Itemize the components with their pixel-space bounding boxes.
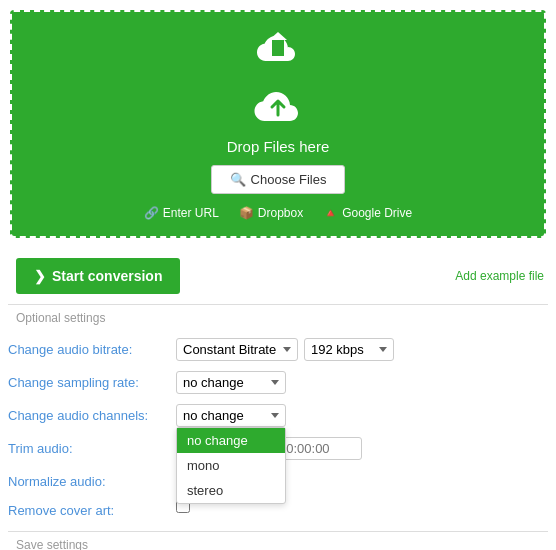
- bitrate-value-select[interactable]: 192 kbps 128 kbps 256 kbps 320 kbps: [304, 338, 394, 361]
- channels-control: no change mono stereo no change mono ste…: [176, 404, 286, 427]
- cover-art-label: Remove cover art:: [8, 499, 168, 518]
- channels-option-stereo[interactable]: stereo: [177, 478, 285, 503]
- chevron-right-icon: ❯: [34, 268, 46, 284]
- trim-label: Trim audio:: [8, 437, 168, 456]
- drop-zone[interactable]: Drop Files here 🔍 Choose Files 🔗 Enter U…: [10, 10, 546, 238]
- save-settings-label: Save settings: [8, 531, 548, 550]
- dropbox-icon: 📦: [239, 206, 254, 220]
- drop-text: Drop Files here: [22, 138, 534, 155]
- dropbox-link[interactable]: 📦 Dropbox: [239, 206, 303, 220]
- channels-label: Change audio channels:: [8, 404, 168, 423]
- bitrate-control: Constant Bitrate Variable Bitrate 192 kb…: [176, 338, 394, 361]
- channels-row: Change audio channels: no change mono st…: [8, 399, 548, 432]
- add-example-link[interactable]: Add example file: [455, 269, 548, 283]
- bitrate-row: Change audio bitrate: Constant Bitrate V…: [8, 333, 548, 366]
- svg-rect-3: [273, 40, 283, 56]
- sampling-row: Change sampling rate: no change 44100 Hz…: [8, 366, 548, 399]
- google-drive-link[interactable]: 🔺 Google Drive: [323, 206, 412, 220]
- google-drive-icon: 🔺: [323, 206, 338, 220]
- channels-dropdown: no change mono stereo: [176, 427, 286, 504]
- channels-option-mono[interactable]: mono: [177, 453, 285, 478]
- normalize-label: Normalize audio:: [8, 470, 168, 489]
- bitrate-label: Change audio bitrate:: [8, 338, 168, 357]
- sampling-select[interactable]: no change 44100 Hz 48000 Hz: [176, 371, 286, 394]
- upload-icon: [22, 32, 534, 81]
- channels-select[interactable]: no change mono stereo: [176, 404, 286, 427]
- channels-option-nochange[interactable]: no change: [177, 428, 285, 453]
- optional-settings-label: Optional settings: [8, 304, 548, 329]
- choose-files-button[interactable]: 🔍 Choose Files: [211, 165, 346, 194]
- start-conversion-button-top[interactable]: ❯ Start conversion: [16, 258, 180, 294]
- top-toolbar: ❯ Start conversion Add example file: [0, 248, 556, 304]
- search-icon: 🔍: [230, 172, 246, 187]
- enter-url-link[interactable]: 🔗 Enter URL: [144, 206, 219, 220]
- link-icon: 🔗: [144, 206, 159, 220]
- bitrate-mode-select[interactable]: Constant Bitrate Variable Bitrate: [176, 338, 298, 361]
- sampling-label: Change sampling rate:: [8, 371, 168, 390]
- sampling-control: no change 44100 Hz 48000 Hz: [176, 371, 286, 394]
- svg-marker-2: [269, 32, 287, 40]
- optional-settings-area: Change audio bitrate: Constant Bitrate V…: [0, 329, 556, 531]
